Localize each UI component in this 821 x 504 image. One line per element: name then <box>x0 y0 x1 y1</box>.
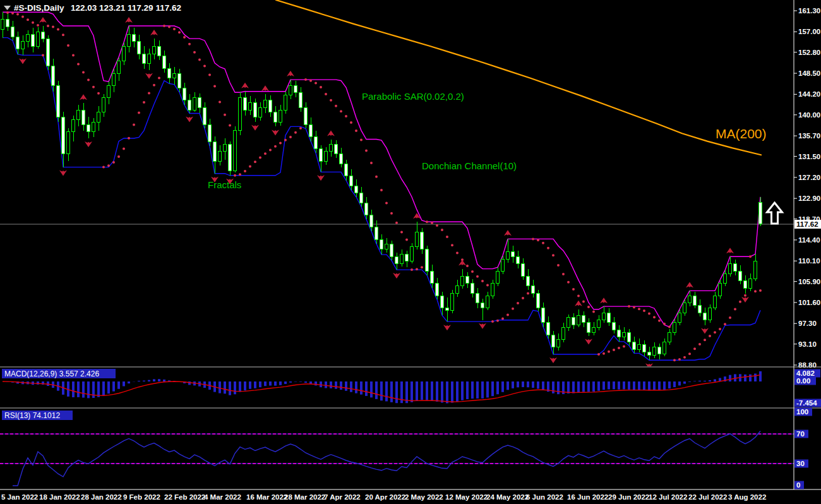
candle-body <box>6 20 9 27</box>
psar-dot <box>330 99 332 102</box>
candle-body <box>153 46 156 54</box>
svg-text:30: 30 <box>796 460 805 467</box>
candle-body <box>577 315 580 325</box>
psar-dot <box>749 255 752 258</box>
candle-body <box>208 124 212 141</box>
price-tick-label: 131.50 <box>798 153 820 160</box>
psar-dot <box>335 105 337 107</box>
candle-body <box>693 296 697 305</box>
candle-body <box>759 203 762 224</box>
candle-body <box>325 152 328 161</box>
psar-dot <box>47 25 49 27</box>
candle-body <box>193 98 196 110</box>
psar-dot <box>27 18 29 21</box>
price-tick-label: 110.10 <box>798 257 820 265</box>
candle-body <box>461 276 464 285</box>
candle-body <box>537 293 540 308</box>
candle-body <box>128 34 131 46</box>
label-donchian-channel: Donchian Channel(10) <box>422 160 517 171</box>
psar-dot <box>148 92 150 95</box>
psar-dot <box>547 247 549 249</box>
candle-body <box>628 332 631 342</box>
svg-text:70: 70 <box>796 430 805 438</box>
candle-body <box>506 251 510 259</box>
candle-body <box>754 261 757 279</box>
psar-dot <box>102 166 105 169</box>
price-tick-label: 161.30 <box>798 7 820 15</box>
date-label: 29 Jun 2022 <box>608 493 649 501</box>
rsi-axis-0: 0 <box>794 481 804 489</box>
psar-dot <box>537 239 539 241</box>
psar-dot <box>112 161 115 164</box>
psar-dot <box>471 270 474 273</box>
candle-body <box>416 232 419 247</box>
candle-body <box>168 68 171 78</box>
candle-body <box>602 313 606 320</box>
psar-dot <box>360 139 363 141</box>
psar-dot <box>143 101 145 104</box>
label-fractals: Fractals <box>208 179 241 190</box>
psar-dot <box>203 65 206 68</box>
psar-dot <box>456 251 458 254</box>
candle-body <box>309 124 313 136</box>
psar-dot <box>486 284 489 286</box>
candle-body <box>47 39 50 66</box>
mt4-chart-window: 161.30157.00152.80148.50144.20140.00135.… <box>0 0 821 504</box>
svg-text:-7.454: -7.454 <box>796 399 817 407</box>
candle-body <box>704 313 707 320</box>
candle-body <box>719 284 722 296</box>
candle-body <box>345 164 348 176</box>
candle-body <box>198 98 201 107</box>
price-tick-label: 148.50 <box>798 69 820 77</box>
psar-dot <box>613 349 615 351</box>
date-label: 2 May 2022 <box>405 493 443 501</box>
candle-body <box>623 332 626 337</box>
psar-dot <box>481 280 484 282</box>
psar-dot <box>87 79 90 81</box>
psar-dot <box>315 82 317 85</box>
candle-body <box>143 54 146 63</box>
psar-dot <box>441 229 443 231</box>
candle-body <box>97 112 100 122</box>
candle-body <box>739 271 742 280</box>
candle-body <box>400 254 404 263</box>
candle-body <box>320 149 323 161</box>
price-tick-label: 157.00 <box>798 28 820 35</box>
psar-dot <box>213 85 216 88</box>
date-label: 6 Jun 2022 <box>526 493 563 501</box>
psar-dot <box>219 100 221 103</box>
psar-dot <box>572 288 575 291</box>
candle-body <box>380 239 383 249</box>
psar-dot <box>133 123 135 126</box>
macd-axis-max: 4.082 <box>794 369 820 378</box>
candle-body <box>421 232 424 249</box>
psar-dot <box>72 54 75 56</box>
date-label: 28 Mar 2022 <box>284 493 325 501</box>
candle-body <box>587 323 590 332</box>
psar-dot <box>32 21 34 24</box>
candle-body <box>355 186 358 193</box>
ohlc-quote: 122.03 123.21 117.29 117.62 <box>71 3 181 13</box>
candle-body <box>92 122 95 131</box>
psar-dot <box>309 80 312 82</box>
candle-body <box>289 85 292 95</box>
psar-dot <box>62 33 64 36</box>
psar-dot <box>658 320 661 322</box>
psar-dot <box>153 84 155 87</box>
chart-canvas: 161.30157.00152.80148.50144.20140.00135.… <box>0 0 821 504</box>
date-label: 22 Feb 2022 <box>164 493 205 501</box>
candle-body <box>340 154 343 164</box>
candle-body <box>734 264 737 272</box>
candle-body <box>16 37 20 49</box>
psar-dot <box>759 289 762 292</box>
psar-dot <box>128 137 130 140</box>
psar-dot <box>729 316 731 319</box>
psar-dot <box>158 77 160 80</box>
candle-body <box>517 256 520 264</box>
candle-body <box>42 32 45 39</box>
psar-dot <box>183 36 186 39</box>
candle-body <box>557 340 560 347</box>
candle-body <box>522 264 525 276</box>
psar-dot <box>648 312 650 315</box>
candle-body <box>749 279 752 288</box>
